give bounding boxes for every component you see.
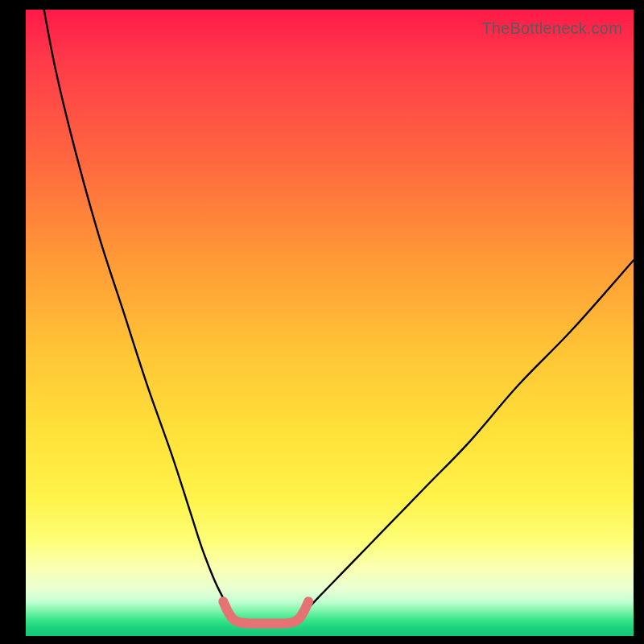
- watermark-label: TheBottleneck.com: [481, 19, 622, 38]
- chart-svg: [26, 10, 634, 636]
- left-curve-path: [44, 10, 234, 617]
- chart-stage: TheBottleneck.com: [0, 0, 644, 644]
- right-curve-path: [296, 260, 634, 617]
- valley-salmon-path: [223, 601, 308, 623]
- chart-plot-area: TheBottleneck.com: [26, 10, 634, 636]
